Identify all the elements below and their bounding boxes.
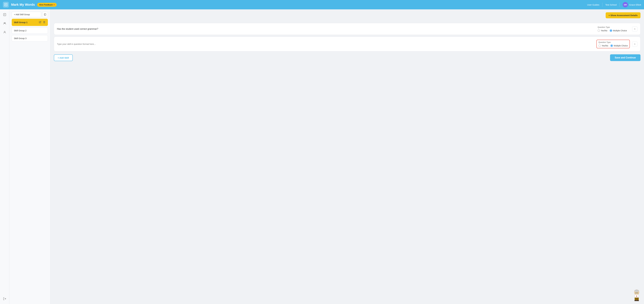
svg-rect-13 xyxy=(635,297,639,300)
delete-skill-group-1-button[interactable] xyxy=(43,21,46,24)
yesno-radio-2[interactable]: Yes/No xyxy=(598,45,608,47)
app-title: Mark My Words xyxy=(11,3,35,7)
logo-icon xyxy=(3,2,9,8)
svg-rect-1 xyxy=(3,14,6,16)
mc-circle-1 xyxy=(610,30,612,32)
save-continue-label: Save and Continue xyxy=(615,56,636,59)
add-skill-button[interactable]: + Add Skill xyxy=(54,55,73,61)
skill-group-label-1: Skill Group 1 xyxy=(14,21,28,24)
sidebar-user-icon[interactable] xyxy=(2,29,8,35)
skill-group-item-2[interactable]: Skill Group 2 xyxy=(12,27,48,34)
school-name: Test School xyxy=(605,4,617,6)
main-layout: + Add Skill Group Skill Group 1 xyxy=(0,0,644,304)
question-text-1: Has the student used correct grammar? xyxy=(57,28,595,30)
edit-skill-group-1-button[interactable] xyxy=(39,21,42,24)
question-card-1: Has the student used correct grammar? Qu… xyxy=(54,23,640,35)
header-divider xyxy=(602,3,602,7)
svg-point-8 xyxy=(634,290,639,292)
mc-circle-2 xyxy=(610,45,613,47)
svg-point-15 xyxy=(636,300,639,301)
question-input-2[interactable] xyxy=(57,43,594,45)
add-skill-label: + Add Skill xyxy=(58,57,69,59)
collapse-question-1[interactable] xyxy=(632,26,638,32)
svg-point-4 xyxy=(4,31,5,32)
sidebar-group-icon[interactable] xyxy=(2,21,8,26)
add-skill-group-button[interactable]: + Add Skill Group xyxy=(12,12,41,17)
header-right: User Guides Test School GR Grace Elliott xyxy=(587,2,641,7)
save-continue-button[interactable]: Save and Continue xyxy=(610,54,640,61)
skill-group-item-3[interactable]: Skill Group 3 xyxy=(12,35,48,42)
bottom-row: + Add Skill Save and Continue xyxy=(54,54,640,61)
collapse-question-2[interactable] xyxy=(632,42,638,47)
sidebar-icons xyxy=(0,9,9,304)
skill-group-item-1[interactable]: Skill Group 1 xyxy=(12,19,48,26)
app-header: Mark My Words Give Feedback User Guides … xyxy=(0,0,644,9)
feedback-dot xyxy=(54,4,54,5)
add-skill-group-label: + Add Skill Group xyxy=(14,13,30,16)
feedback-button[interactable]: Give Feedback xyxy=(37,3,57,7)
user-name: Grace Elliott xyxy=(629,4,641,6)
svg-point-3 xyxy=(5,23,6,24)
user-guides-link[interactable]: User Guides xyxy=(587,4,599,6)
mascot xyxy=(632,289,641,301)
radio-group-1: Yes/No Multiple Choice xyxy=(598,30,630,32)
show-assessment-button[interactable]: + Show Assessment Details xyxy=(606,12,640,18)
logout-icon[interactable] xyxy=(2,296,8,302)
question-type-section-bordered-2: Question Type Yes/No Multiple Choice xyxy=(596,40,630,48)
skill-group-actions-1 xyxy=(39,21,46,24)
question-card-2: Question Type Yes/No Multiple Choice xyxy=(54,37,640,51)
yesno-radio-1[interactable]: Yes/No xyxy=(598,30,608,32)
main-content: + Show Assessment Details Has the studen… xyxy=(50,9,644,304)
skill-panel-top: + Add Skill Group xyxy=(12,12,48,17)
skill-group-label-3: Skill Group 3 xyxy=(14,37,26,40)
question-type-label-1: Question Type xyxy=(598,26,630,28)
yesno-circle-2 xyxy=(598,45,601,47)
avatar: GR xyxy=(623,2,628,7)
collapse-panel-button[interactable] xyxy=(42,12,48,17)
header-divider-2 xyxy=(620,3,620,7)
multiple-choice-radio-1[interactable]: Multiple Choice xyxy=(610,30,627,32)
question-type-label-2: Question Type xyxy=(598,41,628,43)
yesno-circle-1 xyxy=(598,30,600,32)
sidebar-person-icon[interactable] xyxy=(2,12,8,18)
skill-group-label-2: Skill Group 2 xyxy=(14,29,26,32)
radio-group-2: Yes/No Multiple Choice xyxy=(598,45,628,47)
show-assessment-label: + Show Assessment Details xyxy=(608,14,638,17)
user-info[interactable]: GR Grace Elliott xyxy=(623,2,641,7)
multiple-choice-radio-2[interactable]: Multiple Choice xyxy=(610,45,628,47)
mascot-svg xyxy=(632,289,641,301)
svg-rect-6 xyxy=(44,14,46,15)
skill-panel: + Add Skill Group Skill Group 1 xyxy=(9,9,50,304)
question-type-section-1: Question Type Yes/No Multiple Choice xyxy=(598,26,630,32)
question-input-wrapper-2[interactable] xyxy=(57,43,594,45)
